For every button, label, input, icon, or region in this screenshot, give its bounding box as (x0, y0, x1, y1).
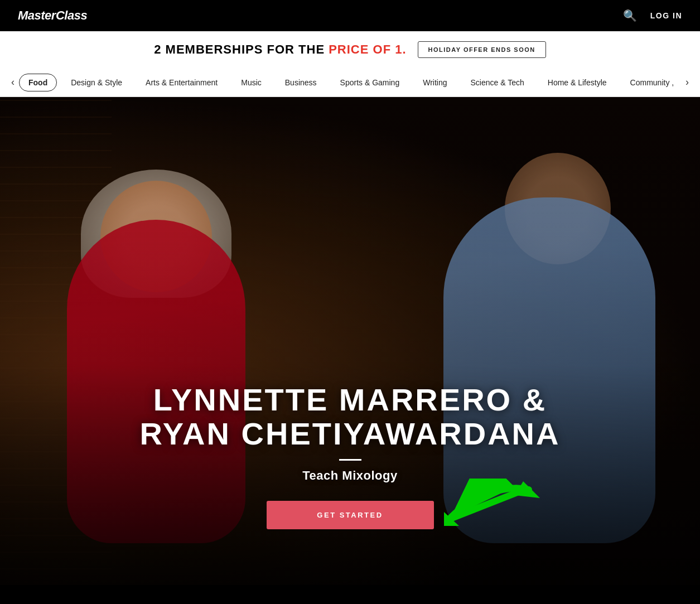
category-item-community--[interactable]: Community , (621, 74, 681, 91)
get-started-button[interactable]: GET STARTED (267, 501, 434, 529)
svg-marker-1 (515, 481, 540, 498)
category-item-writing[interactable]: Writing (413, 74, 456, 91)
instructor-line1: LYNNETTE MARRERO & (140, 383, 561, 417)
category-item-sports---gaming[interactable]: Sports & Gaming (331, 74, 409, 91)
category-item-design---style[interactable]: Design & Style (61, 74, 132, 91)
promo-cta-button[interactable]: HOLIDAY OFFER ENDS SOON (418, 41, 546, 58)
category-item-arts---entertainment[interactable]: Arts & Entertainment (136, 74, 227, 91)
login-button[interactable]: LOG IN (650, 11, 682, 20)
category-item-home---lifestyle[interactable]: Home & Lifestyle (538, 74, 616, 91)
nav-right: 🔍 LOG IN (623, 9, 682, 22)
category-item-science---tech[interactable]: Science & Tech (461, 74, 534, 91)
divider-line (339, 459, 361, 461)
brand-logo[interactable]: MasterClass (18, 8, 87, 23)
search-icon: 🔍 (623, 9, 637, 22)
promo-banner: 2 MEMBERSHIPS FOR THE PRICE OF 1. HOLIDA… (0, 31, 700, 68)
category-next-button[interactable]: › (681, 76, 693, 88)
promo-text-highlight: PRICE OF 1. (329, 42, 406, 56)
category-items: FoodDesign & StyleArts & EntertainmentMu… (19, 74, 681, 91)
category-item-music[interactable]: Music (231, 74, 271, 91)
category-prev-button[interactable]: ‹ (7, 76, 19, 88)
hero-section: LYNNETTE MARRERO & RYAN CHETIYAWARDANA T… (0, 97, 700, 585)
course-title: Teach Mixology (302, 468, 397, 483)
promo-text-part1: 2 MEMBERSHIPS FOR THE (154, 42, 329, 56)
category-navigation: ‹ FoodDesign & StyleArts & Entertainment… (0, 68, 700, 97)
svg-line-2 (451, 490, 524, 519)
cta-wrapper: GET STARTED (267, 501, 434, 529)
category-item-business[interactable]: Business (276, 74, 326, 91)
category-item-food[interactable]: Food (19, 74, 57, 91)
instructor-line2: RYAN CHETIYAWARDANA (140, 417, 561, 451)
search-button[interactable]: 🔍 (623, 9, 637, 22)
promo-text: 2 MEMBERSHIPS FOR THE PRICE OF 1. (154, 42, 406, 57)
svg-marker-3 (444, 512, 459, 526)
hero-content: LYNNETTE MARRERO & RYAN CHETIYAWARDANA T… (0, 383, 700, 529)
top-navigation: MasterClass 🔍 LOG IN (0, 0, 700, 31)
instructor-name: LYNNETTE MARRERO & RYAN CHETIYAWARDANA (140, 383, 561, 451)
